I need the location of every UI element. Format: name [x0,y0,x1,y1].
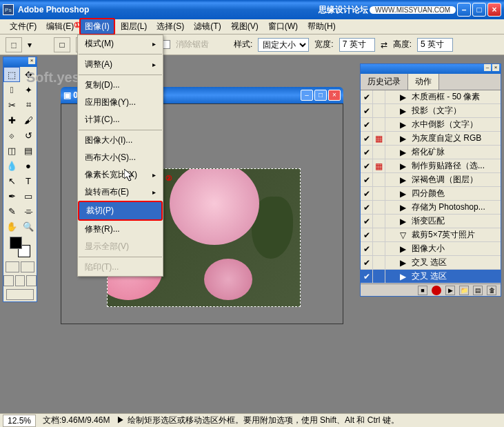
record-button[interactable] [432,286,441,295]
maximize-button[interactable]: □ [472,3,486,17]
menu-apply-image[interactable]: 应用图像(Y)... [78,94,163,111]
fg-color-swatch[interactable] [10,237,22,249]
expand-arrow-icon[interactable]: ▽ [385,230,409,240]
minimize-button[interactable]: – [457,3,471,17]
menu-canvas-size[interactable]: 画布大小(S)... [78,149,163,166]
jump-to[interactable] [6,289,34,300]
close-button[interactable]: × [487,3,501,17]
menu-crop[interactable]: 裁切(P) [78,201,163,221]
action-toggle[interactable]: ✔ [361,118,373,131]
expand-arrow-icon[interactable]: ▶ [385,148,409,157]
style-select[interactable]: 固定大小 [258,38,309,52]
expand-arrow-icon[interactable]: ▶ [385,189,409,199]
menu-calc[interactable]: 计算(C)... [78,111,163,128]
new-set-button[interactable]: 📁 [459,286,469,295]
action-row[interactable]: ✔▶图像大小 [361,242,501,256]
pen-tool[interactable]: ✒ [3,188,20,203]
gradient-tool[interactable]: ▤ [20,143,37,158]
action-toggle[interactable]: ✔ [361,228,373,241]
stamp-tool[interactable]: ⟐ [3,128,20,143]
menu-select[interactable]: 选择(S) [152,19,188,34]
expand-arrow-icon[interactable]: ▶ [385,134,409,143]
menu-edit[interactable]: 编辑(E) [42,19,78,34]
swap-icon[interactable]: ⇄ [381,40,387,50]
stop-button[interactable]: ■ [418,286,427,295]
tab-actions[interactable]: 动作 [408,74,439,90]
action-row[interactable]: ✔▶渐变匹配 [361,215,501,228]
menu-layer[interactable]: 图层(L) [117,19,152,34]
action-row[interactable]: ✔▽裁剪5×7英寸照片 [361,228,501,242]
hand-tool[interactable]: ✋ [3,219,20,234]
marquee-tool-icon[interactable]: ⬚ [6,37,22,52]
menu-mode[interactable]: 模式(M)▸ [78,35,163,52]
action-row[interactable]: ✔▶交叉 选区 [361,256,501,270]
menu-duplicate[interactable]: 复制(D)... [78,77,163,94]
delete-button[interactable]: 🗑 [487,286,496,295]
type-tool[interactable]: T [20,173,37,188]
action-toggle[interactable]: ✔ [361,159,373,172]
zoom-tool[interactable]: 🔍 [20,219,37,234]
action-dialog-toggle[interactable]: ▦ [373,159,385,172]
play-button[interactable]: ▶ [445,286,455,295]
action-toggle[interactable]: ✔ [361,187,373,200]
menu-view[interactable]: 视图(V) [227,19,263,34]
panel-close-icon[interactable]: × [492,64,499,71]
menu-image[interactable]: ① 图像(I) [79,18,114,35]
notes-tool[interactable]: ✎ [3,203,20,219]
action-toggle[interactable]: ✔ [361,256,373,269]
standard-mode[interactable] [6,261,19,272]
new-action-button[interactable]: ▤ [473,286,483,295]
action-dialog-toggle[interactable] [373,215,385,228]
menu-pixel-ratio[interactable]: 像素长宽比(X)▸ [78,166,163,183]
action-dialog-toggle[interactable] [373,90,385,103]
action-dialog-toggle[interactable] [373,146,385,159]
height-input[interactable] [417,38,453,52]
selmode-new-icon[interactable]: □ [54,37,70,52]
action-toggle[interactable]: ✔ [361,132,373,145]
action-toggle[interactable]: ✔ [361,201,373,214]
color-swatches[interactable] [10,237,30,257]
action-dialog-toggle[interactable] [373,173,385,186]
action-row[interactable]: ✔▶水中倒影（文字） [361,118,501,132]
lasso-tool[interactable]: 𓏢 [3,82,20,97]
doc-maximize-button[interactable]: □ [314,90,327,101]
action-dialog-toggle[interactable]: ▦ [373,132,385,145]
action-toggle[interactable]: ✔ [361,173,373,186]
action-toggle[interactable]: ✔ [361,104,373,117]
action-row[interactable]: ✔▶熔化矿脉 [361,146,501,159]
expand-arrow-icon[interactable]: ▶ [385,258,409,268]
screen-full[interactable] [26,275,37,286]
action-dialog-toggle[interactable] [373,242,385,255]
action-toggle[interactable]: ✔ [361,90,373,103]
blur-tool[interactable]: 💧 [3,158,20,173]
expand-arrow-icon[interactable]: ▶ [385,217,409,226]
heal-tool[interactable]: ✚ [3,112,20,128]
action-toggle[interactable]: ✔ [361,242,373,255]
action-row[interactable]: ✔▶深褐色调（图层） [361,173,501,187]
menu-file[interactable]: 文件(F) [6,19,41,34]
expand-arrow-icon[interactable]: ▶ [385,92,409,102]
action-dialog-toggle[interactable] [373,228,385,241]
action-toggle[interactable]: ✔ [361,215,373,228]
action-row[interactable]: ✔▶交叉 选区 [361,270,501,284]
doc-close-button[interactable]: × [328,90,341,101]
menu-trim[interactable]: 修整(R)... [78,221,163,238]
dodge-tool[interactable]: ● [20,158,37,173]
action-toggle[interactable]: ✔ [361,270,373,283]
expand-arrow-icon[interactable]: ▶ [385,244,409,254]
action-row[interactable]: ✔▦▶制作剪贴路径（选... [361,159,501,173]
expand-arrow-icon[interactable]: ▶ [385,203,409,212]
zoom-level[interactable]: 12.5% [3,415,36,427]
action-dialog-toggle[interactable] [373,256,385,269]
action-row[interactable]: ✔▶木质画框 - 50 像素 [361,90,501,104]
action-toggle[interactable]: ✔ [361,146,373,159]
slice-tool[interactable]: ⌗ [20,97,37,112]
chevron-down-icon[interactable]: ▾ [28,40,32,50]
screen-std[interactable] [3,275,14,286]
expand-arrow-icon[interactable]: ▶ [385,161,409,171]
doc-minimize-button[interactable]: – [301,90,313,101]
action-dialog-toggle[interactable] [373,104,385,117]
action-dialog-toggle[interactable] [373,201,385,214]
action-row[interactable]: ✔▶投影（文字） [361,104,501,118]
action-dialog-toggle[interactable] [373,187,385,200]
